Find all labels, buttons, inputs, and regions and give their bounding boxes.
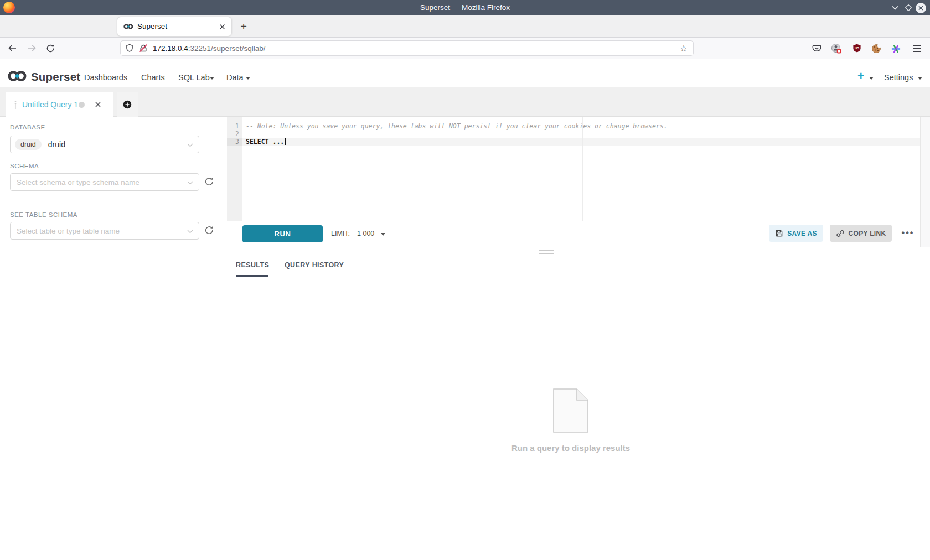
results-tabs-border bbox=[236, 276, 918, 276]
pocket-icon[interactable] bbox=[812, 44, 822, 53]
empty-results-message: Run a query to display results bbox=[488, 443, 654, 453]
new-item-plus-button[interactable]: + bbox=[857, 69, 864, 82]
chevron-down-icon bbox=[918, 77, 922, 80]
table-select[interactable]: Select table or type table name bbox=[10, 222, 199, 240]
nav-item-sql-lab[interactable]: SQL Lab bbox=[178, 73, 210, 82]
url-text: 172.18.0.4:32251/superset/sqllab/ bbox=[153, 44, 265, 53]
save-icon bbox=[775, 229, 783, 237]
drag-handle-icon[interactable] bbox=[14, 101, 17, 109]
active-tab-underline bbox=[236, 275, 268, 277]
shield-icon bbox=[126, 44, 133, 53]
sql-comment-line: -- Note: Unless you save your query, the… bbox=[246, 122, 668, 130]
unsaved-indicator-dot bbox=[79, 102, 85, 108]
database-label: DATABASE bbox=[10, 124, 45, 131]
refresh-schemas-button[interactable] bbox=[204, 177, 214, 186]
tab-title: Superset bbox=[137, 22, 167, 30]
chevron-down-icon bbox=[210, 77, 214, 80]
scrollbar-track[interactable] bbox=[921, 117, 930, 247]
refresh-tables-button[interactable] bbox=[204, 225, 214, 235]
forward-button[interactable] bbox=[27, 44, 37, 53]
pane-resize-grip[interactable] bbox=[539, 250, 554, 254]
superset-logo-icon[interactable] bbox=[7, 69, 28, 84]
url-path: :32251/superset/sqllab/ bbox=[188, 44, 266, 53]
link-icon bbox=[836, 229, 845, 238]
back-button[interactable] bbox=[7, 44, 17, 53]
new-tab-button[interactable]: + bbox=[237, 20, 250, 33]
chevron-down-icon bbox=[187, 143, 193, 147]
run-query-button[interactable]: RUN bbox=[242, 225, 323, 242]
diamond-icon bbox=[905, 4, 912, 12]
window-minimize-button[interactable] bbox=[889, 2, 901, 13]
schema-label: SCHEMA bbox=[10, 163, 39, 169]
window-title: Superset — Mozilla Firefox bbox=[0, 3, 930, 12]
nav-item-charts[interactable]: Charts bbox=[141, 73, 165, 82]
more-options-button[interactable]: ••• bbox=[897, 225, 919, 242]
save-as-button[interactable]: SAVE AS bbox=[769, 225, 823, 242]
superset-navbar bbox=[0, 59, 930, 87]
tab-query-history[interactable]: QUERY HISTORY bbox=[285, 261, 344, 269]
panel-divider bbox=[220, 117, 220, 235]
table-schema-label: SEE TABLE SCHEMA bbox=[10, 211, 78, 218]
extension-icon[interactable] bbox=[831, 43, 841, 54]
sidebar-divider bbox=[10, 200, 219, 200]
nav-item-data[interactable]: Data bbox=[226, 73, 244, 82]
chevron-down-icon bbox=[869, 77, 874, 80]
superset-favicon bbox=[123, 23, 133, 30]
copy-link-label: COPY LINK bbox=[849, 230, 886, 237]
plus-circle-icon bbox=[123, 100, 132, 109]
browser-tab-superset[interactable]: Superset bbox=[117, 17, 231, 36]
database-select[interactable]: druid druid bbox=[10, 136, 199, 153]
tab-close-button[interactable] bbox=[219, 24, 225, 30]
query-tab-title[interactable]: Untitled Query 1 bbox=[22, 100, 78, 109]
limit-dropdown-caret[interactable] bbox=[381, 233, 385, 236]
sql-statement-line: SELECT ... bbox=[246, 138, 286, 146]
reload-button[interactable] bbox=[46, 44, 55, 53]
table-placeholder: Select table or type table name bbox=[17, 227, 120, 235]
tab-separator bbox=[113, 21, 113, 32]
svg-text:UO: UO bbox=[855, 46, 860, 50]
database-type-pill: druid bbox=[15, 139, 42, 150]
chevron-down-icon bbox=[892, 6, 898, 10]
line-number: 3 bbox=[227, 138, 239, 146]
text-cursor bbox=[285, 138, 286, 145]
schema-placeholder: Select schema or type schema name bbox=[17, 178, 140, 186]
add-query-tab-button[interactable] bbox=[117, 92, 138, 117]
bookmark-star-icon[interactable]: ☆ bbox=[680, 43, 688, 54]
window-close-button[interactable] bbox=[914, 2, 927, 13]
query-tab-bar bbox=[0, 87, 930, 117]
hamburger-menu-button[interactable] bbox=[912, 45, 922, 53]
empty-document-icon bbox=[553, 388, 588, 433]
window-titlebar: Superset — Mozilla Firefox bbox=[0, 0, 930, 15]
active-line-highlight bbox=[227, 138, 920, 146]
copy-link-button[interactable]: COPY LINK bbox=[830, 225, 892, 242]
run-bar-border bbox=[220, 247, 920, 247]
settings-menu[interactable]: Settings bbox=[884, 73, 913, 82]
save-as-label: SAVE AS bbox=[787, 230, 817, 237]
chevron-down-icon bbox=[246, 77, 250, 80]
lock-disabled-icon bbox=[139, 44, 148, 53]
extension-asterisk-icon[interactable] bbox=[891, 44, 901, 54]
tab-results[interactable]: RESULTS bbox=[236, 261, 269, 269]
limit-value[interactable]: 1 000 bbox=[357, 230, 374, 237]
query-tab-close-button[interactable] bbox=[95, 101, 101, 108]
sql-editor[interactable] bbox=[227, 117, 920, 221]
schema-select[interactable]: Select schema or type schema name bbox=[10, 173, 199, 191]
line-number: 2 bbox=[227, 130, 239, 138]
print-margin-line bbox=[582, 117, 583, 221]
url-host: 172.18.0.4 bbox=[153, 44, 188, 53]
superset-brand[interactable]: Superset bbox=[31, 70, 80, 84]
chevron-down-icon bbox=[187, 230, 193, 234]
line-number: 1 bbox=[227, 122, 239, 130]
close-icon bbox=[916, 3, 926, 13]
chevron-down-icon bbox=[187, 181, 193, 185]
nav-item-dashboards[interactable]: Dashboards bbox=[84, 73, 127, 82]
ublock-origin-icon[interactable]: UO bbox=[852, 44, 861, 53]
cookie-extension-icon[interactable] bbox=[871, 44, 881, 54]
browser-tab-apache-druid[interactable]: Apache Druid bbox=[0, 15, 113, 37]
url-bar[interactable]: 172.18.0.4:32251/superset/sqllab/ ☆ bbox=[120, 40, 694, 56]
limit-label: LIMIT: bbox=[331, 230, 350, 237]
window-maximize-button[interactable] bbox=[902, 2, 914, 13]
database-value: druid bbox=[48, 140, 65, 149]
